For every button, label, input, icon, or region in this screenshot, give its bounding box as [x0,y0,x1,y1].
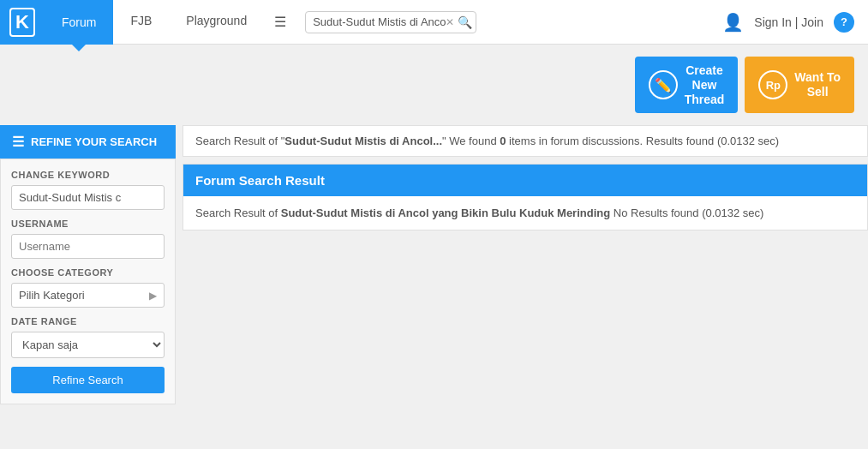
action-area: ✏️ CreateNewThread Rp Want ToSell [0,45,868,125]
date-range-label: DATE RANGE [11,316,165,326]
forum-result-bold-keyword: Sudut-Sudut Mistis di Ancol yang Bikin B… [281,207,610,219]
forum-result-header: Forum Search Result [183,165,867,196]
user-avatar-icon: 👤 [722,12,744,33]
result-area: Search Result of "Sudut-Sudut Mistis di … [176,125,868,404]
top-navigation: K Forum FJB Playground ☰ ✕ 🔍 👤 Sign In |… [0,0,868,45]
search-summary: Search Result of "Sudut-Sudut Mistis di … [183,125,868,157]
logo[interactable]: K [0,0,45,45]
username-label: USERNAME [11,219,165,229]
nav-label-playground: Playground [186,14,247,27]
nav-item-playground[interactable]: Playground [169,0,264,45]
sidebar-header: ☰ REFINE YOUR SEARCH [0,125,176,159]
sign-in-link[interactable]: Sign In | Join [754,15,823,29]
search-submit-icon[interactable]: 🔍 [458,15,472,29]
forum-result-prefix: Search Result of [195,207,281,219]
create-thread-button[interactable]: ✏️ CreateNewThread [635,57,739,113]
search-input[interactable] [313,15,446,28]
list-view-icon[interactable]: ☰ [264,14,296,30]
keyword-input[interactable] [11,185,165,210]
want-to-sell-icon: Rp [758,70,787,99]
want-to-sell-button[interactable]: Rp Want ToSell [745,57,854,113]
category-select[interactable]: Pilih Kategori ▶ [11,283,165,308]
refine-section: CHANGE KEYWORD USERNAME CHOOSE CATEGORY … [0,159,176,404]
logo-icon: K [9,8,35,37]
forum-result-body: Search Result of Sudut-Sudut Mistis di A… [183,196,867,230]
nav-label-forum: Forum [62,15,96,29]
change-keyword-label: CHANGE KEYWORD [11,170,165,180]
sidebar-list-icon: ☰ [12,134,24,150]
category-placeholder: Pilih Kategori [19,289,85,302]
date-range-select[interactable]: Kapan saja [11,332,165,358]
sidebar-header-label: REFINE YOUR SEARCH [31,135,157,148]
create-thread-label: CreateNewThread [685,63,725,106]
nav-item-fjb[interactable]: FJB [113,0,169,45]
create-thread-icon: ✏️ [649,70,678,99]
summary-count: 0 [500,135,506,147]
search-clear-icon[interactable]: ✕ [446,16,454,28]
forum-result-box: Forum Search Result Search Result of Sud… [183,164,868,230]
summary-bold-keyword: Sudut-Sudut Mistis di Ancol... [284,135,442,147]
sidebar: ☰ REFINE YOUR SEARCH CHANGE KEYWORD USER… [0,125,176,404]
main-area: ☰ REFINE YOUR SEARCH CHANGE KEYWORD USER… [0,125,868,404]
forum-result-suffix: No Results found (0.0132 sec) [614,207,764,219]
nav-label-fjb: FJB [130,14,152,27]
nav-right: 👤 Sign In | Join ? [722,12,868,33]
username-input[interactable] [11,234,165,259]
help-button[interactable]: ? [834,12,854,33]
choose-category-label: CHOOSE CATEGORY [11,267,165,278]
refine-search-button[interactable]: Refine Search [11,367,165,393]
search-bar: ✕ 🔍 [305,11,476,33]
nav-item-forum[interactable]: Forum [45,0,113,45]
category-arrow-icon: ▶ [149,290,157,302]
want-to-sell-label: Want ToSell [794,70,841,99]
